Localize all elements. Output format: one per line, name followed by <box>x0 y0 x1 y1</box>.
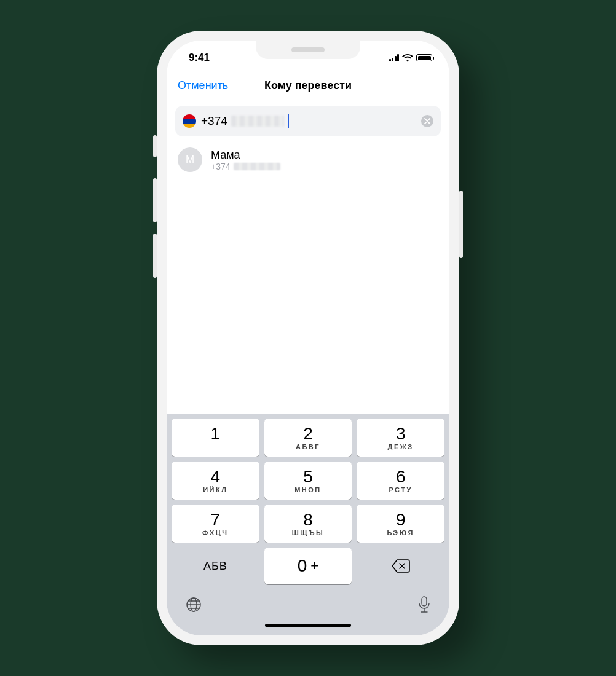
svg-rect-2 <box>422 597 427 606</box>
notch <box>256 41 360 59</box>
battery-icon <box>416 54 432 61</box>
dial-code: +374 <box>201 114 227 128</box>
keyboard-switch-button[interactable]: АБВ <box>172 548 259 584</box>
status-icons <box>389 54 433 62</box>
status-time: 9:41 <box>189 52 210 64</box>
key-3[interactable]: 3ДЕЖЗ <box>357 419 444 457</box>
numeric-keyboard: 12АБВГ3ДЕЖЗ4ИЙКЛ5МНОП6РСТУ7ФХЦЧ8ШЩЪЫ9ЬЭЮ… <box>167 414 449 635</box>
side-button <box>459 191 463 258</box>
backspace-button[interactable] <box>357 548 444 584</box>
contact-suggestion[interactable]: М Мама +374 <box>167 139 449 177</box>
key-8[interactable]: 8ШЩЪЫ <box>264 505 352 543</box>
phone-input[interactable]: +374 <box>175 106 441 136</box>
phone-number-redacted <box>231 116 284 127</box>
globe-icon[interactable] <box>185 596 202 613</box>
key-0[interactable]: 0+ <box>264 548 352 584</box>
microphone-icon[interactable] <box>417 595 431 614</box>
cancel-button[interactable]: Отменить <box>178 79 228 92</box>
side-button <box>153 135 157 157</box>
home-indicator <box>265 624 351 627</box>
side-button <box>153 234 157 278</box>
key-5[interactable]: 5МНОП <box>264 462 352 500</box>
contact-phone-redacted <box>234 163 280 170</box>
key-9[interactable]: 9ЬЭЮЯ <box>357 505 444 543</box>
cellular-icon <box>389 54 400 61</box>
contact-phone: +374 <box>211 162 280 171</box>
side-button <box>153 178 157 222</box>
key-2[interactable]: 2АБВГ <box>264 419 352 457</box>
clear-button[interactable] <box>421 115 433 127</box>
wifi-icon <box>402 54 413 62</box>
key-6[interactable]: 6РСТУ <box>357 462 444 500</box>
screen: 9:41 Отменить <box>167 41 449 635</box>
text-caret <box>288 114 289 128</box>
contact-name: Мама <box>211 148 280 162</box>
avatar: М <box>178 147 202 172</box>
key-4[interactable]: 4ИЙКЛ <box>172 462 259 500</box>
key-1[interactable]: 1 <box>172 419 259 457</box>
nav-bar: Отменить Кому перевести <box>167 71 449 100</box>
key-7[interactable]: 7ФХЦЧ <box>172 505 259 543</box>
device-frame: 9:41 Отменить <box>157 31 459 645</box>
flag-icon <box>183 114 196 128</box>
